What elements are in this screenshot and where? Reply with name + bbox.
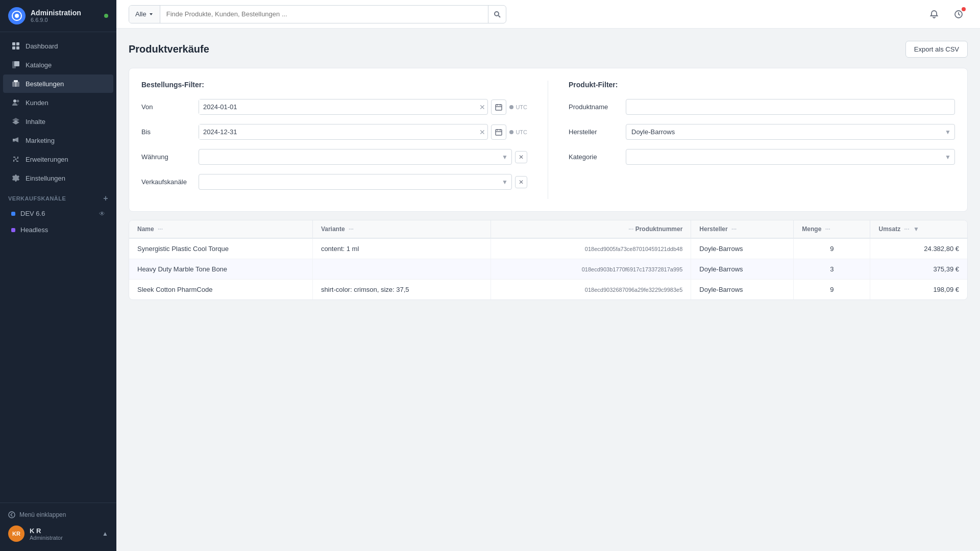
clock-badge xyxy=(962,7,966,11)
col-variante-options[interactable]: ··· xyxy=(349,226,354,233)
search-submit-button[interactable] xyxy=(488,6,506,23)
col-produktnummer-options[interactable]: ··· xyxy=(628,226,633,233)
bis-label: Bis xyxy=(141,128,192,136)
eye-icon[interactable]: 👁 xyxy=(99,210,105,217)
cell-hersteller: Doyle-Barrows xyxy=(691,259,794,280)
sidebar-item-inhalte[interactable]: Inhalte xyxy=(3,112,113,131)
col-hersteller: Hersteller ··· xyxy=(691,220,794,238)
svg-rect-7 xyxy=(14,61,19,66)
sidebar-item-bestellungen[interactable]: Bestellungen xyxy=(3,74,113,93)
produkt-filter-title: Produkt-Filter: xyxy=(569,81,955,89)
svg-rect-5 xyxy=(16,46,19,49)
verkaufskanaele-clear-button[interactable]: ✕ xyxy=(515,176,527,188)
sidebar-item-marketing[interactable]: Marketing xyxy=(3,131,113,149)
von-clear-button[interactable]: ✕ xyxy=(477,103,487,111)
hersteller-select[interactable]: Doyle-Barrows xyxy=(626,124,955,140)
calendar-icon xyxy=(495,104,502,111)
channel-dot-dev66 xyxy=(11,212,15,216)
waehrung-clear-button[interactable]: ✕ xyxy=(515,151,527,163)
von-filter-row: Von ✕ xyxy=(141,99,527,115)
megaphone-icon xyxy=(11,136,20,145)
search-type-label: Alle xyxy=(135,10,146,18)
app-logo xyxy=(8,7,26,24)
clock-button[interactable] xyxy=(949,5,968,23)
waehrung-select[interactable] xyxy=(199,149,512,165)
svg-rect-15 xyxy=(13,139,15,142)
user-menu[interactable]: KR K R Administrator ▲ xyxy=(8,521,108,546)
bestellungs-filter-title: Bestellungs-Filter: xyxy=(141,81,527,89)
col-produktnummer: ··· Produktnummer xyxy=(491,220,691,238)
verkaufskanaele-select[interactable] xyxy=(199,174,512,190)
sidebar-item-erweiterungen[interactable]: Erweiterungen xyxy=(3,150,113,168)
channel-item-headless[interactable]: Headless xyxy=(3,222,113,238)
kategorie-select[interactable] xyxy=(626,149,955,165)
gear-icon xyxy=(11,173,20,183)
sidebar-item-kunden[interactable]: Kunden xyxy=(3,93,113,112)
von-calendar-button[interactable] xyxy=(491,99,506,115)
notifications-button[interactable] xyxy=(925,5,943,23)
bestellungs-filter: Bestellungs-Filter: Von ✕ xyxy=(141,81,548,199)
main-content: Alle xyxy=(116,0,980,551)
svg-point-11 xyxy=(13,99,16,103)
cell-name: Synergistic Plastic Cool Torque xyxy=(129,238,312,259)
data-table: Name ··· Variante ··· ··· Produktnummer xyxy=(129,220,968,300)
produktname-input[interactable] xyxy=(626,99,955,115)
von-date-input[interactable] xyxy=(199,99,477,114)
col-hersteller-options[interactable]: ··· xyxy=(731,226,737,233)
svg-rect-4 xyxy=(12,46,15,49)
cell-umsatz: 375,39 € xyxy=(870,259,967,280)
col-menge-options[interactable]: ··· xyxy=(825,226,830,233)
col-variante: Variante ··· xyxy=(312,220,491,238)
von-label: Von xyxy=(141,103,192,111)
cell-umsatz: 198,09 € xyxy=(870,280,967,300)
users-icon xyxy=(11,98,20,107)
search-type-selector[interactable]: Alle xyxy=(129,6,160,23)
verkaufskanaele-filter-row: Verkaufskanäle ▼ ✕ xyxy=(141,174,527,190)
sidebar-item-einstellungen[interactable]: Einstellungen xyxy=(3,169,113,187)
von-utc-label: UTC xyxy=(509,104,527,110)
col-umsatz-options[interactable]: ··· xyxy=(904,226,910,233)
col-name-options[interactable]: ··· xyxy=(158,226,163,233)
cell-variante: shirt-color: crimson, size: 37,5 xyxy=(312,280,491,300)
svg-point-16 xyxy=(9,512,15,518)
sidebar-item-kataloge[interactable]: Kataloge xyxy=(3,56,113,74)
user-avatar: KR xyxy=(8,525,24,542)
sidebar-item-label: Dashboard xyxy=(26,42,58,50)
cell-name: Heavy Duty Marble Tone Bone xyxy=(129,259,312,280)
col-umsatz-sort[interactable]: ▼ xyxy=(913,226,919,233)
bis-date-input[interactable] xyxy=(199,124,477,139)
search-input[interactable] xyxy=(160,10,488,18)
col-hersteller-label: Hersteller xyxy=(699,226,727,233)
produkt-filter: Produkt-Filter: Produktname Hersteller D… xyxy=(548,81,955,199)
topbar: Alle xyxy=(116,0,980,29)
verkaufskanaele-section-label: Verkaufskanäle + xyxy=(0,188,116,205)
sidebar-nav: Dashboard Kataloge Bestellungen xyxy=(0,32,116,503)
collapse-icon xyxy=(8,511,15,518)
cell-menge: 9 xyxy=(794,280,870,300)
svg-point-12 xyxy=(17,100,19,103)
online-indicator xyxy=(104,14,108,18)
sidebar-item-dashboard[interactable]: Dashboard xyxy=(3,37,113,55)
channel-label: DEV 6.6 xyxy=(20,210,45,217)
col-produktnummer-label: Produktnummer xyxy=(635,226,683,233)
bis-clear-button[interactable]: ✕ xyxy=(477,128,487,136)
produktname-label: Produktname xyxy=(569,103,620,111)
col-umsatz-label: Umsatz xyxy=(878,226,900,233)
page-header: Produktverkäufe Export als CSV xyxy=(129,41,968,58)
channel-item-dev66[interactable]: DEV 6.6 👁 xyxy=(3,206,113,221)
cell-produktnummer: 018ecd903b1770f6917c173372817a995 xyxy=(491,259,691,280)
cell-produktnummer: 018ecd9032687096a29fe3229c9983e5 xyxy=(491,280,691,300)
add-channel-button[interactable]: + xyxy=(103,194,108,203)
bis-calendar-button[interactable] xyxy=(491,124,506,140)
svg-marker-14 xyxy=(12,120,19,124)
collapse-label: Menü einklappen xyxy=(19,511,66,518)
sidebar-item-label: Bestellungen xyxy=(26,80,64,88)
verkaufskanaele-label: Verkaufskanäle xyxy=(141,178,192,186)
box-icon xyxy=(11,79,20,88)
waehrung-filter-row: Währung ▼ ✕ xyxy=(141,149,527,165)
collapse-menu-button[interactable]: Menü einklappen xyxy=(8,508,108,521)
svg-rect-20 xyxy=(496,105,502,110)
export-csv-button[interactable]: Export als CSV xyxy=(905,41,968,58)
search-icon xyxy=(494,11,501,18)
table-row: Sleek Cotton PharmCode shirt-color: crim… xyxy=(129,280,967,300)
